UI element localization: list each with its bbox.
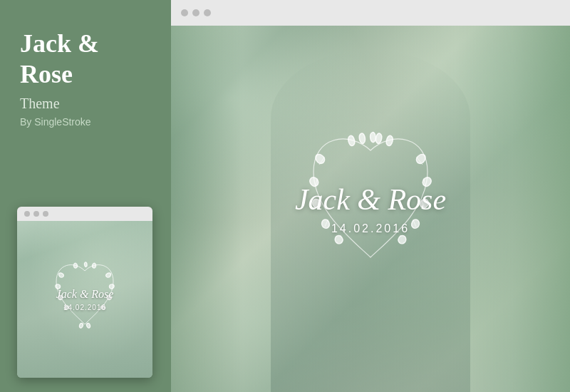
main-photo-area: Jack & Rose 14.02.2016 xyxy=(171,26,570,392)
title-line2: Rose xyxy=(20,60,73,88)
main-window-bar xyxy=(171,0,570,26)
small-photo-area: Jack & Rose 14.02.2016 xyxy=(17,221,152,378)
small-preview-window: Jack & Rose 14.02.2016 xyxy=(17,207,152,378)
sidebar: Jack & Rose Theme By SingleStroke xyxy=(0,0,171,392)
small-couple-names: Jack & Rose xyxy=(56,288,114,301)
small-overlay-text: Jack & Rose 14.02.2016 xyxy=(56,288,114,311)
main-preview-window: Jack & Rose 14.02.2016 xyxy=(171,0,570,392)
main-dot-3 xyxy=(204,9,211,16)
foliage-right xyxy=(456,26,570,392)
small-window-bar xyxy=(17,207,152,221)
main-dot-1 xyxy=(181,9,188,16)
small-date: 14.02.2016 xyxy=(56,304,114,311)
main-dot-2 xyxy=(192,9,200,16)
theme-title: Jack & Rose xyxy=(20,29,151,90)
theme-author: By SingleStroke xyxy=(20,116,151,128)
dot-2 xyxy=(33,211,39,217)
title-line1: Jack & xyxy=(20,29,99,58)
foliage-left xyxy=(171,26,242,392)
main-date: 14.02.2016 xyxy=(295,222,446,235)
main-overlay-text: Jack & Rose 14.02.2016 xyxy=(295,182,446,235)
dot-3 xyxy=(43,211,48,217)
theme-subtitle: Theme xyxy=(20,96,151,112)
dot-1 xyxy=(24,211,30,217)
main-couple-names: Jack & Rose xyxy=(295,182,446,217)
